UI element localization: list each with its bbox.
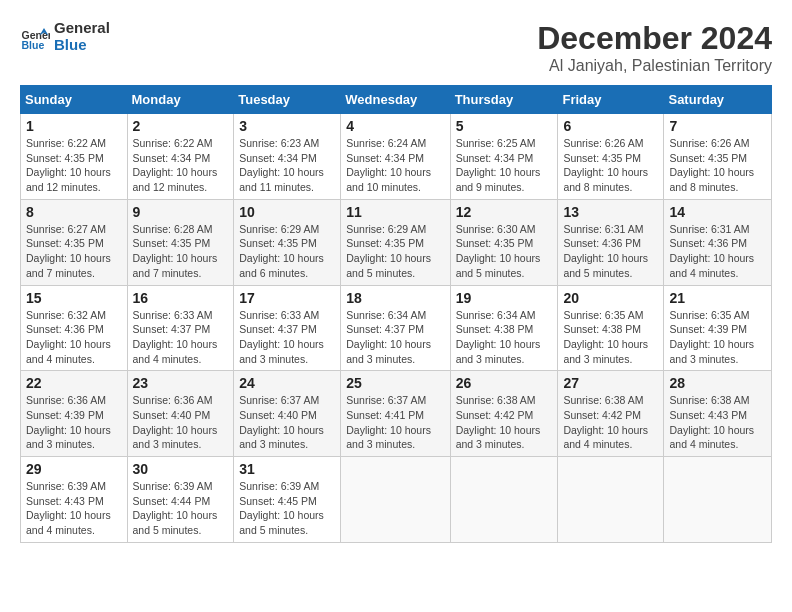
column-header-saturday: Saturday: [664, 86, 772, 114]
day-number: 15: [26, 290, 122, 306]
day-number: 19: [456, 290, 553, 306]
day-number: 28: [669, 375, 766, 391]
day-info: Sunrise: 6:37 AM Sunset: 4:41 PM Dayligh…: [346, 393, 444, 452]
calendar-cell: 4Sunrise: 6:24 AM Sunset: 4:34 PM Daylig…: [341, 114, 450, 200]
calendar-cell: 23Sunrise: 6:36 AM Sunset: 4:40 PM Dayli…: [127, 371, 234, 457]
calendar-cell: 29Sunrise: 6:39 AM Sunset: 4:43 PM Dayli…: [21, 457, 128, 543]
day-number: 24: [239, 375, 335, 391]
location-subtitle: Al Janiyah, Palestinian Territory: [537, 57, 772, 75]
calendar-cell: 21Sunrise: 6:35 AM Sunset: 4:39 PM Dayli…: [664, 285, 772, 371]
column-header-thursday: Thursday: [450, 86, 558, 114]
day-number: 12: [456, 204, 553, 220]
calendar-cell: 31Sunrise: 6:39 AM Sunset: 4:45 PM Dayli…: [234, 457, 341, 543]
day-info: Sunrise: 6:35 AM Sunset: 4:39 PM Dayligh…: [669, 308, 766, 367]
day-number: 25: [346, 375, 444, 391]
day-info: Sunrise: 6:33 AM Sunset: 4:37 PM Dayligh…: [133, 308, 229, 367]
day-number: 11: [346, 204, 444, 220]
calendar-cell: 24Sunrise: 6:37 AM Sunset: 4:40 PM Dayli…: [234, 371, 341, 457]
day-info: Sunrise: 6:28 AM Sunset: 4:35 PM Dayligh…: [133, 222, 229, 281]
day-number: 31: [239, 461, 335, 477]
logo: General Blue General Blue: [20, 20, 110, 53]
day-number: 30: [133, 461, 229, 477]
calendar-cell: 30Sunrise: 6:39 AM Sunset: 4:44 PM Dayli…: [127, 457, 234, 543]
day-info: Sunrise: 6:30 AM Sunset: 4:35 PM Dayligh…: [456, 222, 553, 281]
day-info: Sunrise: 6:39 AM Sunset: 4:44 PM Dayligh…: [133, 479, 229, 538]
day-number: 6: [563, 118, 658, 134]
day-number: 18: [346, 290, 444, 306]
day-info: Sunrise: 6:25 AM Sunset: 4:34 PM Dayligh…: [456, 136, 553, 195]
day-number: 26: [456, 375, 553, 391]
day-number: 13: [563, 204, 658, 220]
calendar-cell: 15Sunrise: 6:32 AM Sunset: 4:36 PM Dayli…: [21, 285, 128, 371]
header: General Blue General Blue December 2024 …: [20, 20, 772, 75]
calendar-cell: 3Sunrise: 6:23 AM Sunset: 4:34 PM Daylig…: [234, 114, 341, 200]
day-info: Sunrise: 6:22 AM Sunset: 4:35 PM Dayligh…: [26, 136, 122, 195]
calendar-cell: [450, 457, 558, 543]
day-info: Sunrise: 6:36 AM Sunset: 4:39 PM Dayligh…: [26, 393, 122, 452]
day-info: Sunrise: 6:29 AM Sunset: 4:35 PM Dayligh…: [239, 222, 335, 281]
day-number: 27: [563, 375, 658, 391]
day-number: 21: [669, 290, 766, 306]
day-number: 1: [26, 118, 122, 134]
logo-icon: General Blue: [20, 22, 50, 52]
day-info: Sunrise: 6:38 AM Sunset: 4:43 PM Dayligh…: [669, 393, 766, 452]
day-info: Sunrise: 6:26 AM Sunset: 4:35 PM Dayligh…: [669, 136, 766, 195]
calendar-table: SundayMondayTuesdayWednesdayThursdayFrid…: [20, 85, 772, 543]
day-info: Sunrise: 6:22 AM Sunset: 4:34 PM Dayligh…: [133, 136, 229, 195]
column-header-sunday: Sunday: [21, 86, 128, 114]
calendar-cell: 9Sunrise: 6:28 AM Sunset: 4:35 PM Daylig…: [127, 199, 234, 285]
day-info: Sunrise: 6:33 AM Sunset: 4:37 PM Dayligh…: [239, 308, 335, 367]
day-info: Sunrise: 6:31 AM Sunset: 4:36 PM Dayligh…: [563, 222, 658, 281]
week-row-5: 29Sunrise: 6:39 AM Sunset: 4:43 PM Dayli…: [21, 457, 772, 543]
column-header-friday: Friday: [558, 86, 664, 114]
svg-text:Blue: Blue: [22, 39, 45, 51]
day-info: Sunrise: 6:38 AM Sunset: 4:42 PM Dayligh…: [563, 393, 658, 452]
calendar-cell: 13Sunrise: 6:31 AM Sunset: 4:36 PM Dayli…: [558, 199, 664, 285]
column-header-monday: Monday: [127, 86, 234, 114]
calendar-cell: 12Sunrise: 6:30 AM Sunset: 4:35 PM Dayli…: [450, 199, 558, 285]
day-number: 8: [26, 204, 122, 220]
calendar-cell: 22Sunrise: 6:36 AM Sunset: 4:39 PM Dayli…: [21, 371, 128, 457]
column-header-wednesday: Wednesday: [341, 86, 450, 114]
day-info: Sunrise: 6:24 AM Sunset: 4:34 PM Dayligh…: [346, 136, 444, 195]
calendar-cell: [558, 457, 664, 543]
day-info: Sunrise: 6:35 AM Sunset: 4:38 PM Dayligh…: [563, 308, 658, 367]
column-header-tuesday: Tuesday: [234, 86, 341, 114]
calendar-cell: 26Sunrise: 6:38 AM Sunset: 4:42 PM Dayli…: [450, 371, 558, 457]
calendar-cell: 27Sunrise: 6:38 AM Sunset: 4:42 PM Dayli…: [558, 371, 664, 457]
day-info: Sunrise: 6:32 AM Sunset: 4:36 PM Dayligh…: [26, 308, 122, 367]
day-number: 5: [456, 118, 553, 134]
calendar-body: 1Sunrise: 6:22 AM Sunset: 4:35 PM Daylig…: [21, 114, 772, 543]
day-info: Sunrise: 6:31 AM Sunset: 4:36 PM Dayligh…: [669, 222, 766, 281]
month-title: December 2024: [537, 20, 772, 57]
title-section: December 2024 Al Janiyah, Palestinian Te…: [537, 20, 772, 75]
day-info: Sunrise: 6:34 AM Sunset: 4:38 PM Dayligh…: [456, 308, 553, 367]
calendar-cell: [664, 457, 772, 543]
day-info: Sunrise: 6:39 AM Sunset: 4:45 PM Dayligh…: [239, 479, 335, 538]
day-info: Sunrise: 6:26 AM Sunset: 4:35 PM Dayligh…: [563, 136, 658, 195]
calendar-cell: 17Sunrise: 6:33 AM Sunset: 4:37 PM Dayli…: [234, 285, 341, 371]
day-info: Sunrise: 6:34 AM Sunset: 4:37 PM Dayligh…: [346, 308, 444, 367]
day-number: 17: [239, 290, 335, 306]
calendar-cell: 20Sunrise: 6:35 AM Sunset: 4:38 PM Dayli…: [558, 285, 664, 371]
day-info: Sunrise: 6:37 AM Sunset: 4:40 PM Dayligh…: [239, 393, 335, 452]
calendar-cell: [341, 457, 450, 543]
day-number: 2: [133, 118, 229, 134]
calendar-cell: 6Sunrise: 6:26 AM Sunset: 4:35 PM Daylig…: [558, 114, 664, 200]
day-info: Sunrise: 6:29 AM Sunset: 4:35 PM Dayligh…: [346, 222, 444, 281]
calendar-cell: 8Sunrise: 6:27 AM Sunset: 4:35 PM Daylig…: [21, 199, 128, 285]
day-number: 10: [239, 204, 335, 220]
day-number: 22: [26, 375, 122, 391]
calendar-cell: 5Sunrise: 6:25 AM Sunset: 4:34 PM Daylig…: [450, 114, 558, 200]
day-info: Sunrise: 6:38 AM Sunset: 4:42 PM Dayligh…: [456, 393, 553, 452]
day-number: 23: [133, 375, 229, 391]
day-number: 7: [669, 118, 766, 134]
calendar-cell: 1Sunrise: 6:22 AM Sunset: 4:35 PM Daylig…: [21, 114, 128, 200]
day-info: Sunrise: 6:36 AM Sunset: 4:40 PM Dayligh…: [133, 393, 229, 452]
calendar-cell: 7Sunrise: 6:26 AM Sunset: 4:35 PM Daylig…: [664, 114, 772, 200]
calendar-cell: 18Sunrise: 6:34 AM Sunset: 4:37 PM Dayli…: [341, 285, 450, 371]
day-number: 20: [563, 290, 658, 306]
day-info: Sunrise: 6:27 AM Sunset: 4:35 PM Dayligh…: [26, 222, 122, 281]
week-row-4: 22Sunrise: 6:36 AM Sunset: 4:39 PM Dayli…: [21, 371, 772, 457]
week-row-3: 15Sunrise: 6:32 AM Sunset: 4:36 PM Dayli…: [21, 285, 772, 371]
